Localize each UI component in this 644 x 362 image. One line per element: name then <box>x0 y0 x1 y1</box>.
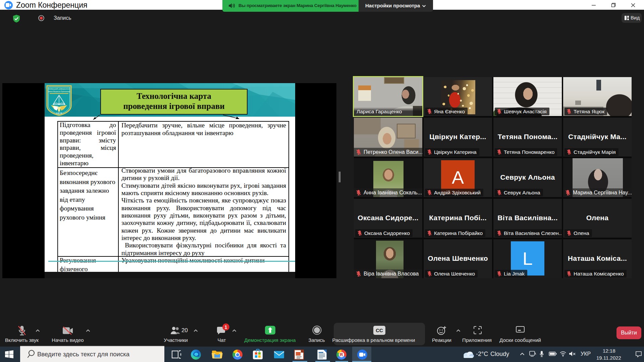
svg-text:Київський університет: Київський університет <box>48 87 69 90</box>
svg-text:імені Бориса Грінченка: імені Бориса Грінченка <box>48 90 70 93</box>
